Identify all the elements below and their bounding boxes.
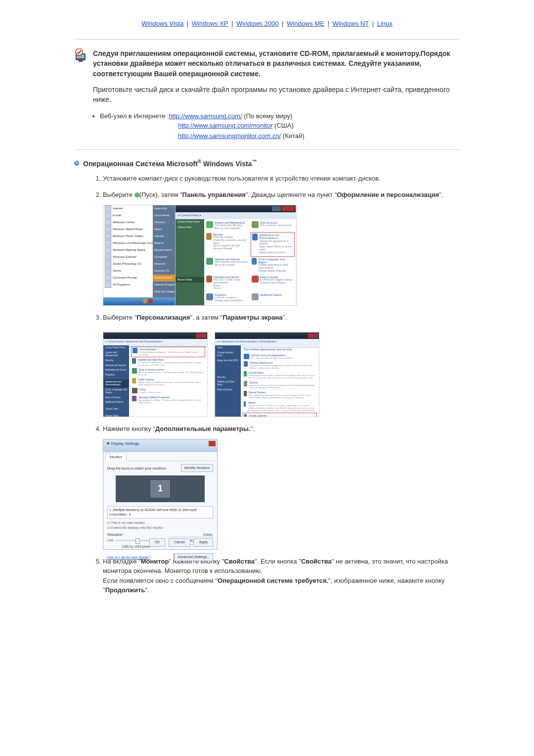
startmenu-item: Help-Hub	[153, 205, 175, 212]
cp-category: Clock, Language, and RegionChange keyboa…	[252, 258, 294, 274]
nav-me[interactable]: Windows ME	[287, 20, 324, 27]
startmenu-item: Network	[153, 261, 175, 268]
advanced-settings-button: Advanced Settings...	[175, 553, 213, 562]
startmenu-item: Documents	[153, 212, 175, 219]
link-usa[interactable]: http://www.samsung.com/monitor	[178, 122, 272, 129]
sidebar-item: Taskbar and Start Menu	[215, 379, 241, 387]
note2-text: Приготовьте чистый диск и скачайте файл …	[93, 86, 449, 103]
appearance-item: Ease of Access CenterAccommodate low vis…	[132, 368, 204, 376]
nav-2000[interactable]: Windows 2000	[236, 20, 278, 27]
close-icon	[282, 206, 295, 211]
sidebar-item: Classic View	[103, 407, 129, 412]
screenshot-appearance-personalization: ▸ Control Panel ▸ Appearance and Persona…	[103, 332, 208, 417]
startmenu-item: Default Programs	[153, 282, 175, 288]
os-nav: Windows Vista | Windows XP | Windows 200…	[74, 20, 460, 27]
colors-label: Colors:	[203, 532, 213, 537]
link-china[interactable]: http://www.samsungmonitor.com.cn/	[178, 132, 281, 140]
svg-rect-2	[79, 60, 83, 62]
step-1: Установите компакт-диск с руководством п…	[103, 174, 460, 184]
startmenu-item: Windows Meeting Space	[103, 247, 153, 254]
personalization-item: Desktop BackgroundChoose from available …	[244, 361, 316, 369]
sidebar-item: Ease of Access	[215, 387, 241, 392]
appearance-item: FontsInstall or remove a font	[132, 388, 204, 393]
startmenu-item: Samle	[103, 268, 153, 275]
monitor-1-tile: 1	[150, 479, 171, 498]
cp-category: Appearance and PersonalizationChange the…	[252, 233, 294, 256]
sidebar-item: Adjust font size (DPI)	[215, 358, 241, 363]
sidebar-item: Control Panel Home	[103, 345, 129, 350]
sidebar-item: Appearance and Personalization	[103, 379, 129, 387]
extend-desktop-checkbox: ☑ Extend the desktop onto this monitor	[107, 525, 213, 530]
startmenu-item: Music	[153, 226, 175, 233]
cp-leftpane-item: Recent Tasks	[176, 277, 204, 283]
ok-button: OK	[149, 538, 165, 547]
startmenu-item: Recent Items	[153, 247, 175, 254]
dialog-title: ❖ Display Settings	[103, 439, 217, 452]
main-monitor-checkbox: ☑ This is my main monitor	[107, 520, 213, 525]
cp-leftpane-item: Classic View	[176, 225, 204, 231]
control-panel-window: ▸ Control Panel ▸ Control Panel HomeClas…	[176, 205, 296, 305]
start-orb-icon	[134, 192, 139, 197]
nav-xp[interactable]: Windows XP	[192, 20, 228, 27]
sidebar-item: Hardware and Sound	[103, 368, 129, 373]
screenshot-personalization: ▸ ▸ Appearance and Personalization ▸ Per…	[215, 332, 319, 417]
cp-category: System and MaintenanceGet started with W…	[206, 221, 249, 231]
steps-list: Установите компакт-диск с руководством п…	[94, 174, 460, 595]
sidebar-item: See also	[215, 375, 241, 380]
sidebar-item: Ease of Access	[103, 395, 129, 400]
personalization-item: SoundsChange which sounds are heard when…	[244, 381, 316, 389]
startmenu-item: Games	[153, 233, 175, 240]
divider	[74, 39, 460, 40]
identify-monitors-button: Identify Monitors	[181, 464, 213, 472]
personalization-item: Display SettingsAdjust your monitor reso…	[244, 414, 316, 418]
personalization-item: ThemeChange the theme. Themes can change…	[244, 401, 316, 412]
startmenu-item: Search	[153, 240, 175, 247]
start-menu: InternetE-mailWelcome CenterWindows Medi…	[103, 205, 176, 305]
startmenu-item: Windows Live Messenger Download	[103, 240, 153, 247]
startmenu-item: Windows Photo Gallery	[103, 233, 153, 240]
cp-leftpane-item	[176, 231, 204, 233]
sidebar-item: Security	[103, 358, 129, 363]
sidebar-item: Clock, Language, and Region	[103, 387, 129, 395]
step-3: Выберите "Персонализация", а затем "Пара…	[103, 313, 460, 418]
check-monitor-icon	[74, 48, 87, 62]
bullet-prefix: Веб-узел в Интернете :	[100, 112, 169, 120]
personalization-item: Mouse PointersPick a different mouse poi…	[244, 391, 316, 399]
startmenu-item: Adobe Photoshop CS	[103, 261, 153, 268]
screenshot-startmenu-controlpanel: InternetE-mailWelcome CenterWindows Medi…	[103, 205, 297, 306]
nav-linux[interactable]: Linux	[377, 20, 393, 27]
cp-category: Additional Options	[252, 293, 294, 303]
sep: |	[280, 20, 285, 27]
sep: |	[185, 20, 190, 27]
personalization-item: Screen SaverChange your screen saver or …	[244, 371, 316, 379]
nav-vista[interactable]: Windows Vista	[141, 20, 183, 27]
drag-instruction: Drag the icons to match your monitors.	[107, 467, 167, 470]
display-dropdown: 1. (Multiple Monitors) on NVIDIA GeForce…	[107, 506, 213, 519]
gear-icon: ❖	[106, 441, 111, 446]
sidebar-item: Change desktop icons	[215, 350, 241, 358]
cp-leftpane-item: Control Panel Home	[176, 219, 204, 225]
startmenu-item: E-mail	[103, 212, 153, 219]
startmenu-item: Computer	[153, 254, 175, 261]
startmenu-item: All Programs	[103, 282, 153, 288]
personalize-heading: Personalize appearance and sounds	[244, 347, 316, 352]
appearance-item: Windows Sidebar PropertiesAdd gadgets to…	[132, 396, 204, 404]
cp-category: User AccountsAdd or remove user accounts	[252, 221, 294, 231]
sidebar-item: Additional Options	[103, 400, 129, 405]
link-world[interactable]: http://www.samsung.com/	[169, 112, 242, 120]
cp-category: Network and InternetView network status …	[206, 258, 249, 274]
apply-button: Apply	[193, 538, 213, 547]
startmenu-item: Windows Explorer	[103, 254, 153, 261]
startmenu-item: Help and Support	[153, 288, 175, 295]
divider	[74, 149, 460, 150]
close-icon	[196, 333, 206, 338]
startmenu-item: Control Panel	[153, 275, 175, 282]
svg-point-3	[76, 48, 83, 55]
tab-monitor: Monitor	[105, 453, 127, 461]
nav-nt[interactable]: Windows NT	[332, 20, 369, 27]
screenshot-display-settings: ❖ Display Settings Monitor Identify Moni…	[103, 439, 218, 550]
link3-suffix: (Китай)	[281, 132, 304, 140]
sep: |	[370, 20, 376, 27]
monitor-arrangement: 1	[116, 475, 205, 502]
close-icon	[209, 441, 216, 446]
